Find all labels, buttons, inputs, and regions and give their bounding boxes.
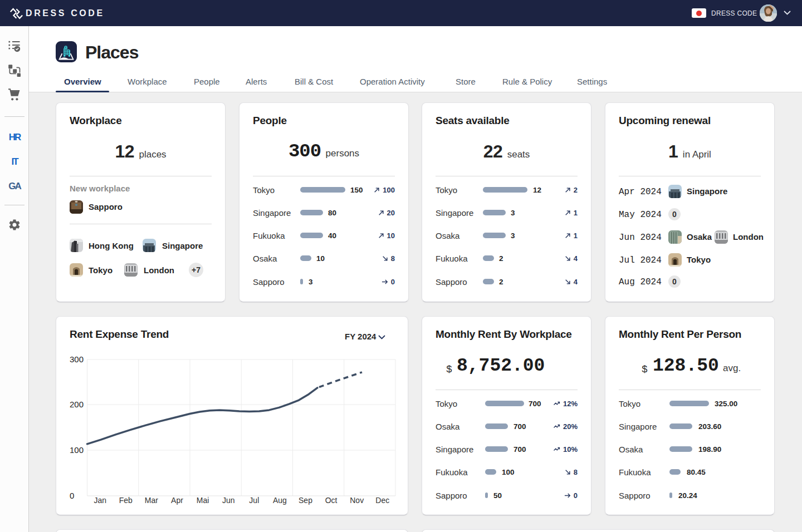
svg-text:Jun: Jun bbox=[222, 496, 235, 505]
svg-text:Aug: Aug bbox=[273, 496, 287, 505]
svg-text:300: 300 bbox=[70, 356, 84, 364]
svg-text:100: 100 bbox=[70, 445, 84, 455]
svg-text:Nov: Nov bbox=[350, 496, 364, 505]
svg-text:0: 0 bbox=[70, 491, 74, 500]
svg-text:Mar: Mar bbox=[145, 496, 158, 505]
svg-text:Sep: Sep bbox=[299, 496, 312, 505]
svg-text:Oct: Oct bbox=[325, 496, 338, 505]
svg-text:Feb: Feb bbox=[119, 496, 133, 505]
svg-text:Apr: Apr bbox=[171, 496, 183, 505]
svg-text:Jul: Jul bbox=[249, 496, 259, 505]
svg-text:Mai: Mai bbox=[197, 496, 209, 505]
svg-text:200: 200 bbox=[70, 400, 84, 409]
svg-text:Dec: Dec bbox=[375, 496, 389, 505]
svg-text:Jan: Jan bbox=[94, 496, 106, 505]
